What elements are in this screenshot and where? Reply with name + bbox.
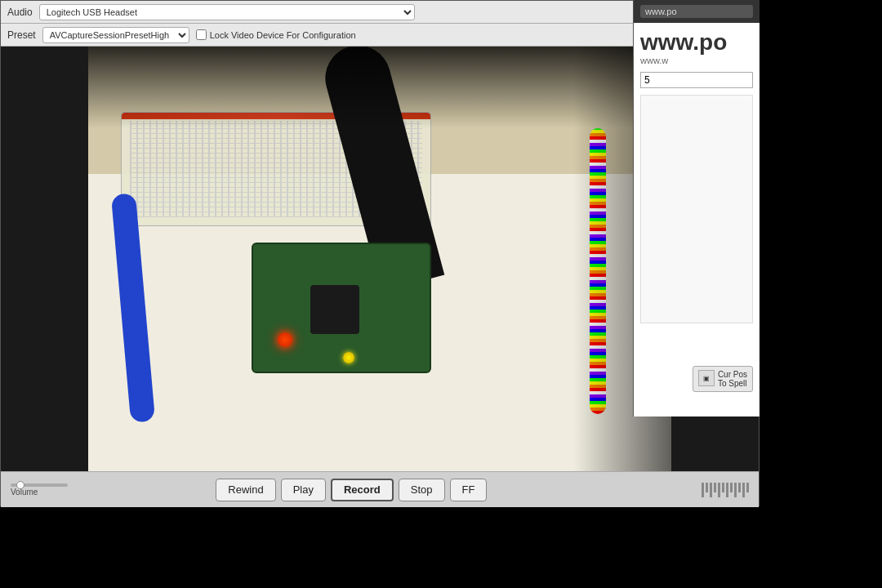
tick-3 xyxy=(710,483,712,497)
preset-select[interactable]: AVCaptureSessionPresetHigh xyxy=(42,27,189,43)
site-url: www.w xyxy=(640,56,753,65)
site-title: www.po xyxy=(640,29,753,56)
browser-content: www.po www.w xyxy=(634,23,760,330)
tooltip-icon: ▣ xyxy=(698,370,715,386)
play-button[interactable]: Play xyxy=(281,479,326,501)
timeline-ticks xyxy=(702,483,749,497)
video-content xyxy=(88,47,671,471)
right-panel-browser: www.po www.po www.w ▣ Cur Pos To Spell xyxy=(633,0,760,416)
volume-section: Volume xyxy=(11,483,92,497)
pi-red-led xyxy=(278,332,292,347)
lock-video-text: Lock Video Device For Configuration xyxy=(210,30,356,40)
tick-11 xyxy=(742,483,745,497)
tick-6 xyxy=(722,483,724,492)
rewind-button[interactable]: Rewind xyxy=(216,479,275,501)
tick-9 xyxy=(734,483,737,497)
pi-chip xyxy=(310,285,359,334)
ff-button[interactable]: FF xyxy=(450,479,488,501)
stop-button[interactable]: Stop xyxy=(399,479,445,501)
tick-7 xyxy=(726,483,728,497)
tick-12 xyxy=(746,483,749,492)
pi-yellow-led xyxy=(343,352,354,363)
url-bar[interactable]: www.po xyxy=(640,5,753,18)
volume-slider[interactable] xyxy=(11,483,68,487)
tick-2 xyxy=(706,483,708,492)
search-input[interactable] xyxy=(640,72,753,88)
lock-video-label[interactable]: Lock Video Device For Configuration xyxy=(196,29,356,40)
controls-bar: Volume Rewind Play Record Stop FF xyxy=(1,471,759,507)
tick-5 xyxy=(718,483,720,497)
volume-slider-thumb xyxy=(16,481,24,489)
tooltip-content: Cur Pos To Spell xyxy=(718,370,747,388)
transport-buttons: Rewind Play Record Stop FF xyxy=(216,479,487,501)
tick-4 xyxy=(714,483,716,492)
cur-pos-tooltip: ▣ Cur Pos To Spell xyxy=(693,366,753,392)
preset-label: Preset xyxy=(7,29,36,41)
audio-device-select[interactable]: Logitech USB Headset xyxy=(39,4,415,20)
video-preview xyxy=(88,47,671,471)
raspberry-pi-board xyxy=(252,243,431,373)
timeline-area xyxy=(702,483,749,497)
audio-label: Audio xyxy=(7,7,33,18)
tick-8 xyxy=(730,483,733,492)
volume-slider-row xyxy=(11,483,68,487)
volume-label: Volume xyxy=(11,488,38,497)
tick-1 xyxy=(702,483,704,497)
url-text: www.po xyxy=(645,7,677,16)
browser-toolbar: www.po xyxy=(634,0,760,23)
record-button[interactable]: Record xyxy=(331,479,394,501)
cur-pos-text: Cur Pos xyxy=(718,370,747,379)
to-spell-text: To Spell xyxy=(718,379,747,388)
tick-10 xyxy=(738,483,741,492)
browser-white-area xyxy=(640,95,753,323)
lock-video-checkbox[interactable] xyxy=(196,29,207,40)
